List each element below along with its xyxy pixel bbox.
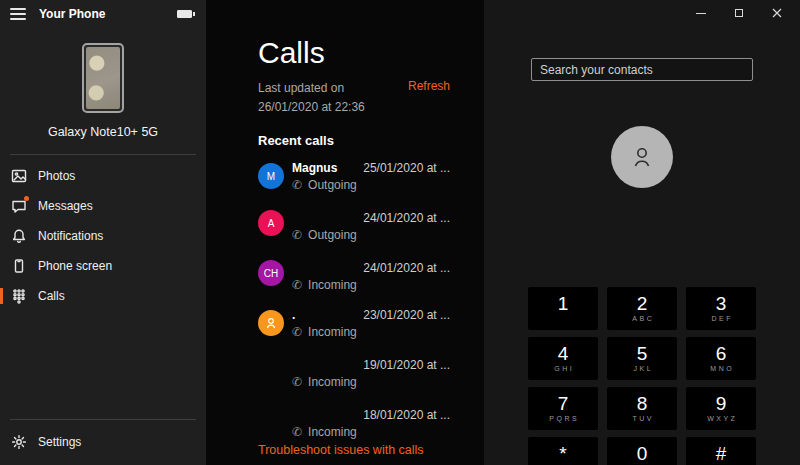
contact-avatar: M <box>258 163 284 189</box>
call-row[interactable]: A 24/01/2020 at ... ✆ Outgoing <box>258 208 450 242</box>
sidebar-item-messages[interactable]: Messages <box>0 191 206 221</box>
sidebar-item-label: Calls <box>38 289 65 303</box>
close-icon <box>772 8 782 18</box>
maximize-button[interactable] <box>720 0 758 26</box>
dialpad-key-2[interactable]: 2 ABC <box>607 287 677 330</box>
sidebar-item-label: Messages <box>38 199 93 213</box>
phone-screen-icon <box>11 258 27 274</box>
messages-badge-dot <box>24 196 29 201</box>
sidebar-item-phone-screen[interactable]: Phone screen <box>0 251 206 281</box>
dialpad-key-6[interactable]: 6 MNO <box>686 337 756 380</box>
dialpad-key-4[interactable]: 4 GHI <box>528 337 598 380</box>
call-date: 19/01/2020 at ... <box>363 358 450 372</box>
call-direction-icon: ✆ <box>292 279 302 291</box>
call-date: 23/01/2020 at ... <box>363 308 450 322</box>
call-row[interactable]: M Magnus 25/01/2020 at ... ✆ Outgoing <box>258 161 450 192</box>
call-direction-label: Incoming <box>308 375 357 389</box>
dialpad-key-1[interactable]: 1 <box>528 287 598 330</box>
call-date: 25/01/2020 at ... <box>363 161 450 175</box>
dialpad-key-star[interactable]: * <box>528 437 598 465</box>
messages-icon <box>11 198 27 214</box>
maximize-icon <box>735 9 743 17</box>
call-direction-icon: ✆ <box>292 179 302 191</box>
call-date: 18/01/2020 at ... <box>363 408 450 422</box>
dialer-panel: 1 2 ABC 3 DEF 4 GHI 5 JKL 6 MNO <box>484 0 800 465</box>
person-icon <box>264 316 278 330</box>
sidebar-item-label: Settings <box>38 435 81 449</box>
contact-avatar-placeholder <box>611 126 673 188</box>
call-row[interactable]: . 23/01/2020 at ... ✆ Incoming <box>258 308 450 339</box>
photos-icon <box>11 168 27 184</box>
sidebar-divider <box>10 154 196 155</box>
dialpad-key-3[interactable]: 3 DEF <box>686 287 756 330</box>
calls-panel: Calls Last updated on 26/01/2020 at 22:3… <box>206 0 484 465</box>
dialpad-key-7[interactable]: 7 PQRS <box>528 387 598 430</box>
call-row[interactable]: 18/01/2020 at ... ✆ Incoming <box>258 405 450 439</box>
sidebar-item-settings[interactable]: Settings <box>0 426 206 458</box>
phone-wallpaper-image <box>86 47 120 109</box>
dialpad-key-9[interactable]: 9 WXYZ <box>686 387 756 430</box>
contact-avatar-person-icon <box>258 310 284 336</box>
call-row[interactable]: CH 24/01/2020 at ... ✆ Incoming <box>258 258 450 292</box>
notifications-bell-icon <box>11 228 27 244</box>
sidebar: Your Phone Galaxy Note10+ 5G Photos Mess… <box>0 0 206 465</box>
dialpad-key-5[interactable]: 5 JKL <box>607 337 677 380</box>
call-direction-label: Incoming <box>308 278 357 292</box>
refresh-link[interactable]: Refresh <box>408 79 450 93</box>
minimize-icon <box>696 13 706 14</box>
app-title: Your Phone <box>39 7 177 21</box>
troubleshoot-link[interactable]: Troubleshoot issues with calls <box>258 443 424 457</box>
dialpad-key-8[interactable]: 8 TUV <box>607 387 677 430</box>
sidebar-item-label: Phone screen <box>38 259 112 273</box>
call-row[interactable]: 19/01/2020 at ... ✆ Incoming <box>258 355 450 389</box>
dialpad: 1 2 ABC 3 DEF 4 GHI 5 JKL 6 MNO <box>528 287 756 465</box>
calls-dialpad-icon <box>11 288 27 304</box>
call-date: 24/01/2020 at ... <box>363 211 450 225</box>
call-direction-label: Incoming <box>308 325 357 339</box>
person-icon <box>628 143 656 171</box>
sidebar-item-photos[interactable]: Photos <box>0 161 206 191</box>
phone-wallpaper-preview <box>82 43 124 113</box>
battery-icon <box>177 10 192 18</box>
avatar-initials: CH <box>264 268 278 279</box>
minimize-button[interactable] <box>682 0 720 26</box>
dialpad-key-0[interactable]: 0 <box>607 437 677 465</box>
sidebar-item-notifications[interactable]: Notifications <box>0 221 206 251</box>
hamburger-menu-icon[interactable] <box>10 8 26 20</box>
contact-avatar: A <box>258 210 284 236</box>
recent-calls-list: M Magnus 25/01/2020 at ... ✆ Outgoing A <box>258 161 450 439</box>
sidebar-titlebar: Your Phone <box>0 0 206 28</box>
call-direction-icon: ✆ <box>292 229 302 241</box>
contact-avatar: CH <box>258 260 284 286</box>
call-direction-label: Outgoing <box>308 228 357 242</box>
call-direction-label: Incoming <box>308 425 357 439</box>
window-controls <box>682 0 796 26</box>
last-updated-text: Last updated on 26/01/2020 at 22:36 <box>258 79 400 116</box>
settings-divider <box>10 419 196 420</box>
call-direction-icon: ✆ <box>292 326 302 338</box>
page-title: Calls <box>258 38 450 68</box>
search-contacts-input[interactable] <box>531 58 753 81</box>
call-direction-icon: ✆ <box>292 376 302 388</box>
contact-name: . <box>292 308 295 322</box>
your-phone-app-window: Your Phone Galaxy Note10+ 5G Photos Mess… <box>0 0 800 465</box>
device-name: Galaxy Note10+ 5G <box>0 125 206 139</box>
sidebar-item-label: Notifications <box>38 229 103 243</box>
close-button[interactable] <box>758 0 796 26</box>
sidebar-item-label: Photos <box>38 169 75 183</box>
call-date: 24/01/2020 at ... <box>363 261 450 275</box>
avatar-initials: M <box>267 171 275 182</box>
call-direction-icon: ✆ <box>292 426 302 438</box>
avatar-initials: A <box>268 218 275 229</box>
sidebar-item-calls[interactable]: Calls <box>0 281 206 311</box>
settings-gear-icon <box>11 434 27 450</box>
call-direction-label: Outgoing <box>308 178 357 192</box>
recent-calls-heading: Recent calls <box>258 133 450 148</box>
dialpad-key-hash[interactable]: # <box>686 437 756 465</box>
contact-name: Magnus <box>292 161 337 175</box>
